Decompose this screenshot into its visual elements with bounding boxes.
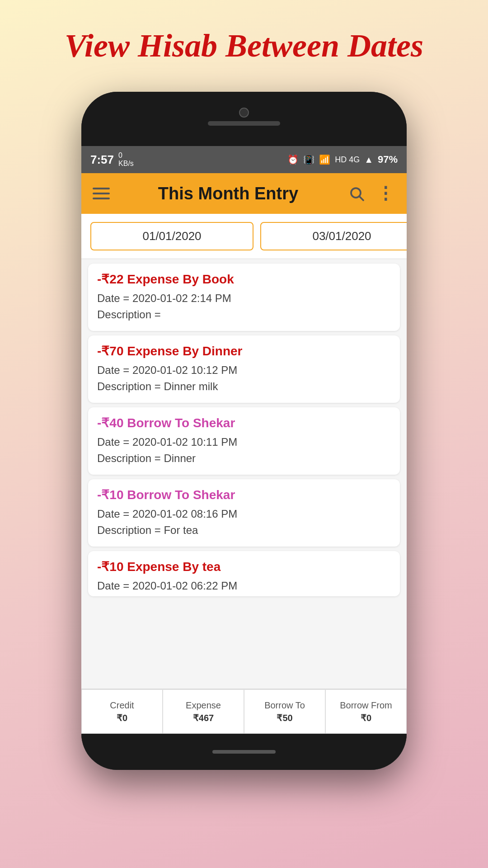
tab-borrow-from[interactable]: Borrow From ₹0 [325, 689, 407, 734]
hamburger-line-3 [93, 198, 110, 199]
vibrate-icon: 📳 [303, 154, 314, 165]
entry-title: -₹22 Expense By Book [97, 272, 391, 287]
entry-title: -₹10 Borrow To Shekar [97, 487, 391, 502]
list-item[interactable]: -₹10 Expense By tea Date = 2020-01-02 06… [88, 551, 400, 596]
tab-credit-label: Credit [110, 700, 134, 711]
tab-borrow-from-label: Borrow From [340, 700, 392, 711]
tab-credit[interactable]: Credit ₹0 [81, 689, 163, 734]
phone-shell: 7:57 0 KB/s ⏰ 📳 📶 HD 4G ▲ 97% [81, 92, 407, 770]
entry-date: Date = 2020-01-02 08:16 PM [97, 506, 391, 522]
entry-desc: Description = [97, 307, 391, 323]
entry-list: -₹22 Expense By Book Date = 2020-01-02 2… [81, 259, 407, 689]
entry-date: Date = 2020-01-02 2:14 PM [97, 290, 391, 307]
kb-status: 0 [118, 151, 134, 160]
list-item[interactable]: -₹70 Expense By Dinner Date = 2020-01-02… [88, 335, 400, 403]
bottom-tab-bar: Credit ₹0 Expense ₹467 Borrow To ₹50 Bor… [81, 689, 407, 734]
entry-title: -₹10 Expense By tea [97, 559, 391, 574]
battery-indicator: 97% [378, 154, 398, 165]
app-toolbar: This Month Entry ⋮ [81, 173, 407, 214]
list-item[interactable]: -₹10 Borrow To Shekar Date = 2020-01-02 … [88, 479, 400, 547]
entry-title: -₹70 Expense By Dinner [97, 344, 391, 359]
tab-borrow-to-label: Borrow To [264, 700, 305, 711]
phone-bottom-bezel [81, 734, 407, 770]
phone-top-bezel [81, 92, 407, 146]
entry-date: Date = 2020-01-02 10:12 PM [97, 362, 391, 378]
date-filter-bar: SUCCESS [81, 214, 407, 259]
from-date-input[interactable] [90, 222, 253, 250]
page-title: View Hisab Between Dates [65, 27, 423, 65]
tab-expense[interactable]: Expense ₹467 [163, 689, 244, 734]
entry-desc: Description = For tea [97, 522, 391, 538]
list-item[interactable]: -₹22 Expense By Book Date = 2020-01-02 2… [88, 264, 400, 331]
search-button[interactable] [347, 184, 366, 203]
to-date-input[interactable] [260, 222, 407, 250]
status-bar: 7:57 0 KB/s ⏰ 📳 📶 HD 4G ▲ 97% [81, 146, 407, 173]
tab-borrow-from-value: ₹0 [361, 712, 371, 723]
hamburger-line-2 [93, 193, 110, 194]
more-options-button[interactable]: ⋮ [375, 184, 395, 203]
entry-desc: Description = Dinner milk [97, 378, 391, 395]
tab-borrow-to[interactable]: Borrow To ₹50 [244, 689, 325, 734]
tab-expense-label: Expense [186, 700, 221, 711]
kb-label: KB/s [118, 160, 134, 168]
network-label: HD 4G [335, 155, 360, 165]
hamburger-line-1 [93, 188, 110, 189]
status-time: 7:57 [90, 153, 114, 167]
entry-date: Date = 2020-01-02 10:11 PM [97, 434, 391, 450]
phone-camera [239, 108, 249, 118]
tab-expense-value: ₹467 [193, 712, 214, 723]
toolbar-icons: ⋮ [347, 184, 395, 203]
list-item[interactable]: -₹40 Borrow To Shekar Date = 2020-01-02 … [88, 407, 400, 475]
toolbar-title: This Month Entry [158, 184, 298, 203]
signal-icon: 📶 [319, 154, 330, 165]
entry-desc: Description = Dinner [97, 450, 391, 467]
phone-speaker [208, 121, 280, 126]
menu-button[interactable] [93, 188, 110, 199]
home-indicator [212, 750, 276, 754]
entry-title: -₹40 Borrow To Shekar [97, 415, 391, 430]
tab-borrow-to-value: ₹50 [277, 712, 292, 723]
entry-date: Date = 2020-01-02 06:22 PM [97, 578, 391, 594]
status-icons: ⏰ 📳 📶 HD 4G ▲ 97% [287, 154, 398, 165]
svg-line-1 [360, 197, 363, 200]
phone-screen: 7:57 0 KB/s ⏰ 📳 📶 HD 4G ▲ 97% [81, 146, 407, 734]
tab-credit-value: ₹0 [117, 712, 127, 723]
alarm-icon: ⏰ [287, 154, 299, 165]
wifi-icon: ▲ [364, 155, 373, 165]
